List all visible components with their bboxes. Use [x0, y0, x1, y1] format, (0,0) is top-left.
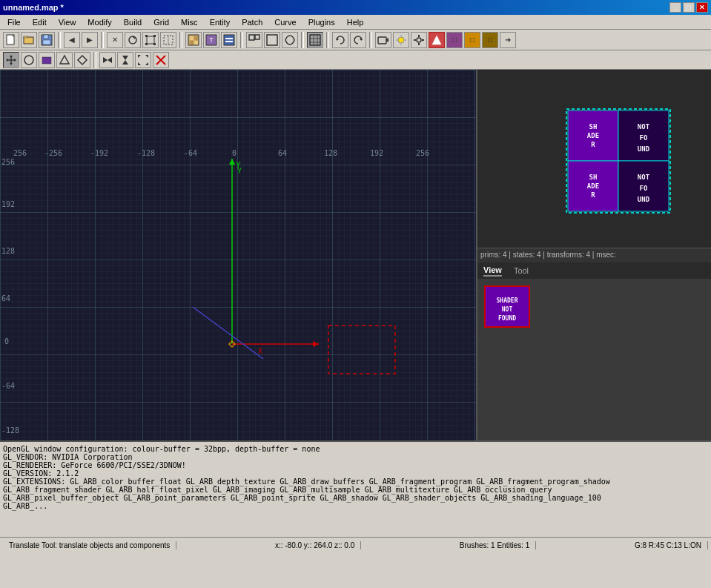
- log-line: GL_RENDERER: GeForce 6600/PCI/SSE2/3DNOW…: [3, 461, 708, 469]
- svg-marker-51: [10, 63, 13, 65]
- maximize-button[interactable]: □: [683, 2, 695, 13]
- toolbar2: [0, 50, 711, 70]
- svg-text:ADE: ADE: [587, 132, 599, 139]
- scale-button[interactable]: [142, 32, 159, 48]
- grid-toggle[interactable]: [307, 32, 323, 48]
- svg-rect-9: [145, 35, 148, 37]
- coords-label: x:: -80.0 y:: 264.0 z:: 0.0: [269, 541, 361, 549]
- brush1-button[interactable]: [246, 32, 262, 48]
- brush2-button[interactable]: [264, 32, 280, 48]
- sep2: [101, 32, 104, 48]
- menu-patch[interactable]: Patch: [237, 17, 267, 27]
- svg-point-6: [129, 36, 136, 44]
- viewport-3d[interactable]: SH ADE R NOT FO UND SH ADE R NOT FO UND: [477, 70, 711, 262]
- svg-text:R: R: [591, 191, 595, 199]
- cross-tool-button[interactable]: [153, 52, 169, 68]
- camera-panel-header: View Tool: [477, 262, 711, 279]
- svg-rect-55: [42, 57, 51, 64]
- svg-marker-65: [145, 62, 148, 65]
- 3d-status-text: prims: 4 | states: 4 | transforms: 4 | m…: [480, 251, 616, 259]
- camera-panel-content[interactable]: SHADER NOT FOUND: [477, 279, 711, 440]
- circle-select-button[interactable]: [21, 52, 37, 68]
- minimize-button[interactable]: _: [669, 2, 681, 13]
- title-text: unnamed.map *: [3, 3, 64, 12]
- status-3d: prims: 4 | states: 4 | transforms: 4 | m…: [477, 248, 711, 261]
- svg-rect-18: [190, 41, 194, 44]
- next-button[interactable]: ▶: [82, 32, 98, 48]
- svg-text:64: 64: [1, 294, 10, 303]
- svg-text:SH: SH: [589, 174, 598, 181]
- color1-button[interactable]: □: [446, 32, 463, 48]
- new-button[interactable]: [3, 32, 19, 48]
- camera-panel: View Tool SHADER NOT FOUND: [477, 262, 711, 440]
- patch-button[interactable]: [282, 32, 298, 48]
- undo-button[interactable]: [332, 32, 348, 48]
- svg-marker-63: [145, 55, 148, 58]
- triangle-select-button[interactable]: [56, 52, 73, 68]
- tab-view[interactable]: View: [483, 265, 502, 277]
- tex2-button[interactable]: T: [203, 32, 219, 48]
- entity-button[interactable]: [429, 32, 445, 48]
- menu-misc[interactable]: Misc: [176, 17, 202, 27]
- svg-text:NOT: NOT: [638, 123, 650, 131]
- svg-text:192: 192: [1, 200, 15, 208]
- menu-file[interactable]: File: [3, 17, 25, 27]
- rotate-button[interactable]: [125, 32, 141, 48]
- tex3-button[interactable]: [221, 32, 237, 48]
- color3-button[interactable]: □: [482, 32, 498, 48]
- expand-button[interactable]: [135, 52, 151, 68]
- clip-button[interactable]: [160, 32, 176, 48]
- svg-rect-43: [418, 35, 420, 37]
- svg-text:-128: -128: [137, 149, 155, 157]
- color2-button[interactable]: □: [464, 32, 480, 48]
- prev-button[interactable]: ◀: [64, 32, 80, 48]
- menu-view[interactable]: View: [54, 17, 81, 27]
- menu-curve[interactable]: Curve: [270, 17, 300, 27]
- menu-entity[interactable]: Entity: [205, 17, 235, 27]
- cross1-button[interactable]: ✕: [107, 32, 123, 48]
- status-bottom: Translate Tool: translate objects and co…: [0, 537, 711, 553]
- main-layout: 256 -256 -192 -128 -64 0 64 128 192 256 …: [0, 70, 711, 440]
- svg-rect-28: [310, 35, 320, 45]
- svg-text:NOT: NOT: [502, 306, 513, 313]
- svg-rect-2: [24, 36, 27, 38]
- log-line: GL_ARB_fragment_shader GL_ARB_half_float…: [3, 486, 708, 494]
- menu-edit[interactable]: Edit: [28, 17, 51, 27]
- log-panel[interactable]: OpenGL window configuration: colour-buff…: [0, 440, 711, 537]
- tex1-button[interactable]: [185, 32, 202, 48]
- svg-text:0: 0: [4, 337, 9, 346]
- svg-text:UND: UND: [638, 196, 650, 203]
- diamond-select-button[interactable]: [74, 52, 90, 68]
- svg-marker-56: [60, 56, 69, 64]
- menu-build[interactable]: Build: [119, 17, 146, 27]
- menu-grid[interactable]: Grid: [149, 17, 173, 27]
- close-button[interactable]: ✕: [696, 2, 708, 13]
- svg-rect-8: [147, 36, 154, 44]
- svg-text:-64: -64: [184, 149, 197, 157]
- translate-tool-button[interactable]: [3, 52, 19, 68]
- menu-modify[interactable]: Modify: [83, 17, 116, 27]
- svg-text:0: 0: [232, 149, 237, 157]
- tab-tool[interactable]: Tool: [514, 266, 529, 275]
- square-select-button[interactable]: [39, 52, 55, 68]
- menu-help[interactable]: Help: [343, 17, 368, 27]
- flip-x-button[interactable]: [99, 52, 116, 68]
- log-line: GL_EXTENSIONS: GL_ARB_color_buffer_float…: [3, 478, 708, 486]
- svg-text:128: 128: [324, 149, 337, 157]
- svg-text:SHADER: SHADER: [497, 297, 518, 304]
- settings-button[interactable]: [411, 32, 427, 48]
- redo-button[interactable]: [350, 32, 366, 48]
- svg-rect-26: [255, 35, 259, 39]
- open-button[interactable]: [21, 32, 37, 48]
- svg-marker-58: [103, 57, 108, 63]
- save-button[interactable]: [39, 32, 55, 48]
- camera-button[interactable]: [375, 32, 391, 48]
- flip-y-button[interactable]: [117, 52, 133, 68]
- svg-rect-19: [194, 41, 198, 44]
- light-button[interactable]: [393, 32, 409, 48]
- viewport-2d[interactable]: 256 -256 -192 -128 -64 0 64 128 192 256 …: [0, 70, 477, 440]
- menu-plugins[interactable]: Plugins: [304, 17, 340, 27]
- svg-rect-44: [418, 43, 420, 45]
- arrow-button[interactable]: ➜: [500, 32, 516, 48]
- brushes-label: Brushes: 1 Entities: 1: [454, 541, 537, 549]
